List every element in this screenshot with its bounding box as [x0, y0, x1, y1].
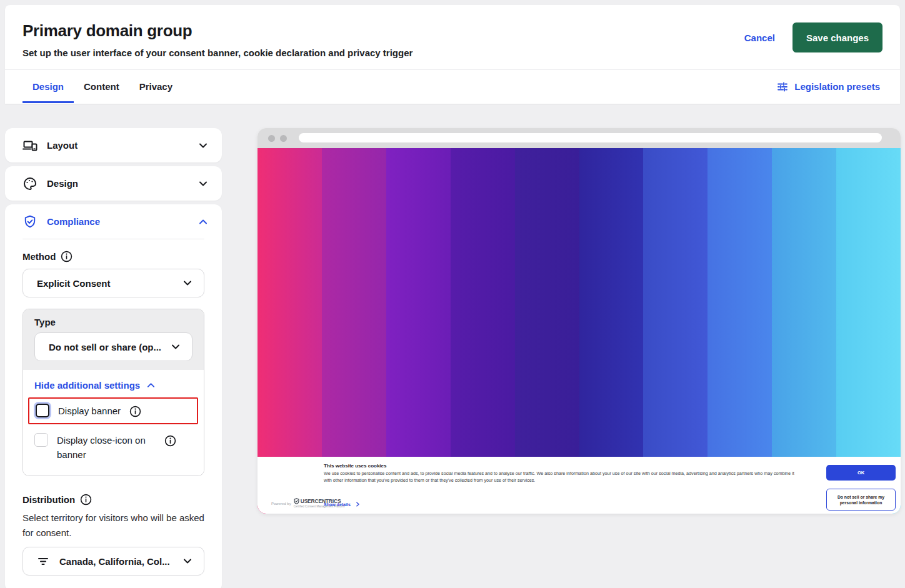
type-select-value: Do not sell or share (op...	[49, 342, 161, 352]
display-close-icon-label: Display close-icon on banner	[57, 433, 156, 462]
filter-icon	[37, 555, 49, 567]
compliance-section-label: Compliance	[47, 216, 100, 227]
active-tab-underline	[22, 101, 74, 103]
display-close-icon-checkbox[interactable]	[34, 433, 48, 447]
territory-select[interactable]: Canada, California, Col...	[22, 547, 204, 576]
chevron-down-icon	[198, 141, 208, 151]
info-icon[interactable]	[80, 494, 92, 506]
legislation-presets-button[interactable]: Legislation presets	[776, 81, 882, 93]
chevron-up-icon	[198, 217, 208, 227]
banner-preview: Powered by USERCENTRICS Certified Consen…	[258, 128, 901, 514]
page-subtitle: Set up the user interface of your consen…	[22, 47, 412, 58]
method-label-row: Method	[22, 251, 204, 262]
cookie-banner-text: This website uses cookies We use cookies…	[321, 457, 826, 514]
header-actions: Cancel Save changes	[744, 22, 882, 52]
palette-icon	[22, 176, 38, 191]
tab-bar: Design Content Privacy Legislation prese…	[5, 70, 900, 103]
display-close-icon-row: Display close-icon on banner	[28, 428, 198, 467]
info-icon[interactable]	[129, 406, 141, 417]
design-section-label: Design	[47, 178, 78, 189]
tabs: Design Content Privacy	[22, 70, 182, 103]
type-label: Type	[34, 317, 192, 327]
sidebar-section-layout: Layout	[5, 128, 222, 162]
cookie-banner-buttons: OK Do not sell or share my personal info…	[826, 457, 901, 514]
design-section-header[interactable]: Design	[5, 166, 222, 201]
tab-design[interactable]: Design	[22, 70, 74, 103]
devices-icon	[22, 138, 38, 153]
distribution-description: Select territory for visitors who will b…	[22, 511, 204, 541]
type-settings-group: Type Do not sell or share (op... Hide ad…	[22, 309, 204, 476]
sidebar: Layout Design	[5, 128, 222, 588]
distribution-label: Distribution	[22, 494, 75, 505]
sliders-icon	[776, 81, 789, 93]
method-select[interactable]: Explicit Consent	[22, 269, 204, 297]
chevron-down-icon	[198, 179, 208, 189]
cookie-banner: Powered by USERCENTRICS Certified Consen…	[258, 457, 901, 514]
show-details-link[interactable]: Show details	[324, 502, 815, 509]
shield-check-icon	[22, 214, 38, 229]
layout-section-label: Layout	[47, 140, 78, 151]
cancel-button[interactable]: Cancel	[744, 32, 775, 43]
ok-button[interactable]: OK	[826, 465, 896, 481]
browser-dot	[268, 135, 275, 142]
legislation-presets-label: Legislation presets	[794, 81, 880, 92]
display-banner-label: Display banner	[58, 404, 121, 418]
chevron-down-icon	[182, 278, 192, 288]
do-not-sell-button[interactable]: Do not sell or share my personal informa…	[826, 489, 896, 511]
chevron-down-icon	[171, 342, 181, 352]
compliance-section-header[interactable]: Compliance	[5, 204, 222, 239]
sidebar-section-compliance: Compliance Method Explicit Consent Type	[5, 204, 222, 588]
hide-additional-settings-label: Hide additional settings	[34, 380, 140, 391]
browser-chrome	[258, 128, 901, 148]
usercentrics-shield-icon	[294, 498, 299, 504]
territory-select-value: Canada, California, Col...	[59, 556, 170, 567]
display-banner-row: Display banner	[28, 397, 198, 424]
save-changes-button[interactable]: Save changes	[792, 22, 882, 52]
type-group-top: Type Do not sell or share (op...	[23, 309, 204, 370]
tab-privacy-label: Privacy	[139, 81, 172, 92]
browser-address-bar	[299, 133, 882, 142]
show-details-label: Show details	[324, 502, 351, 507]
browser-dot	[280, 135, 287, 142]
info-icon[interactable]	[164, 435, 176, 447]
tab-design-label: Design	[32, 81, 64, 92]
distribution-label-row: Distribution	[22, 494, 204, 506]
info-icon[interactable]	[61, 251, 72, 262]
divider	[22, 239, 204, 239]
method-select-value: Explicit Consent	[37, 278, 111, 289]
chevron-up-icon	[146, 381, 156, 390]
tab-content-label: Content	[84, 81, 119, 92]
type-group-bottom: Hide additional settings Display banner	[23, 370, 204, 476]
powered-by-block: Powered by USERCENTRICS Certified Consen…	[258, 457, 321, 514]
header: Primary domain group Set up the user int…	[5, 5, 900, 104]
type-select[interactable]: Do not sell or share (op...	[34, 332, 192, 361]
hide-additional-settings-link[interactable]: Hide additional settings	[28, 377, 198, 392]
display-banner-checkbox[interactable]	[36, 404, 49, 417]
method-label: Method	[22, 251, 56, 262]
cookie-banner-body: We use cookies to personalise content an…	[324, 471, 802, 484]
tab-content[interactable]: Content	[74, 70, 129, 103]
page-title: Primary domain group	[22, 21, 192, 41]
sidebar-section-design: Design	[5, 166, 222, 201]
chevron-right-icon	[356, 502, 360, 507]
layout-section-header[interactable]: Layout	[5, 128, 222, 162]
cookie-banner-title: This website uses cookies	[324, 463, 815, 469]
header-top: Primary domain group Set up the user int…	[5, 5, 900, 70]
tab-privacy[interactable]: Privacy	[129, 70, 182, 103]
chevron-down-icon	[182, 556, 192, 566]
powered-by-label: Powered by	[271, 502, 291, 508]
